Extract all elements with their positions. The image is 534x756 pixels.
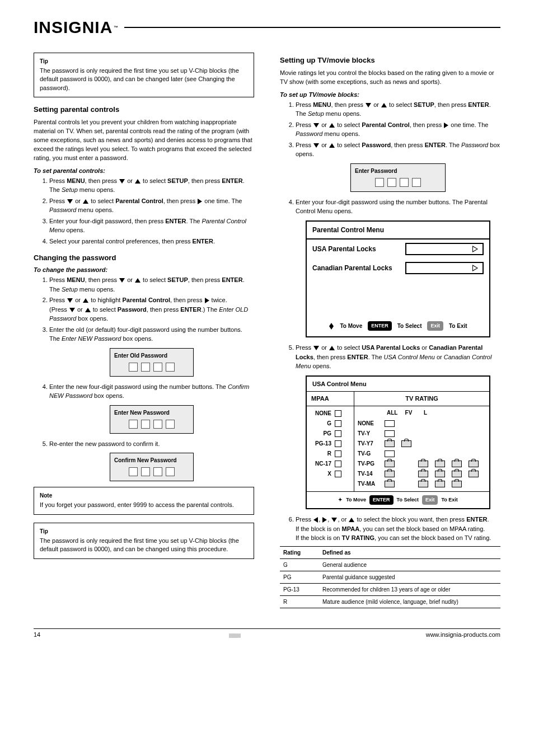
lock-icon [469,461,479,467]
usa-menu-footer: ✦ To Move ENTER To Select Exit To Exit [307,491,489,509]
lock-icon [401,440,411,447]
table-row: GGeneral audience [280,558,500,571]
list-item: Re-enter the new password to confirm it.… [49,439,254,482]
steps-change-password: Press MENU, then press or to select SETU… [49,275,254,481]
table-header: Defined as [319,546,500,558]
updown-icon [329,323,334,330]
tv-label: TV-MA [358,480,380,488]
down-triangle-icon [119,179,125,184]
checkbox-icon [335,410,341,417]
checkbox-icon [335,461,341,467]
checkbox-icon [335,471,341,477]
enter-password-screen: Enter Password [350,163,446,192]
logo-text: INSIGNIA [34,18,113,37]
right-triangle-icon [198,199,202,204]
tv-label: TV-Y7 [358,439,380,448]
screen-title: Confirm New Password [114,456,189,464]
screen-title: Enter Password [355,167,441,175]
up-triangle-icon [83,199,88,204]
footer-label: To Select [397,496,419,504]
usa-grid: NONE G PG PG-13 R NC-17 X ALL [307,406,489,491]
header-row: INSIGNIA ™ [34,18,500,37]
up-triangle-icon [329,346,335,350]
mpaa-label: NC-17 [310,459,331,468]
footer-label: To Move [346,496,366,504]
decorative-wave-icon [213,633,252,638]
checkbox-icon [385,430,395,437]
lock-icon [435,481,445,487]
usa-control-menu-screenshot: USA Control Menu MPAA TV RATING NONE G P… [306,375,490,510]
note-box-forgot-password: Note If you forget your password, enter … [34,487,254,514]
steps-set-blocks: Press MENU, then press or to select SETU… [296,100,500,543]
list-item: Press MENU, then press or to select SETU… [49,275,254,294]
down-triangle-icon [331,518,337,522]
para-parental-controls: Parental controls let you prevent your c… [34,118,254,163]
table-row: RMature audience (mild violence, languag… [280,595,500,608]
two-column-layout: Tip The password is only required the fi… [34,48,500,614]
list-item: Enter your four-digit password, then pre… [49,217,254,235]
list-item: Enter the old (or default) four-digit pa… [49,325,254,377]
tv-label: TV-Y [358,429,380,438]
footer-label: To Exit [449,322,467,330]
up-triangle-icon [329,143,335,148]
password-squares [114,420,189,429]
left-column: Tip The password is only required the fi… [34,48,254,614]
list-item: Enter your four-digit password using the… [296,198,500,338]
chevron-right-icon [472,265,478,271]
password-squares [114,363,189,372]
heading-tv-movie-blocks: Setting up TV/movie blocks [280,56,500,64]
para-movie-ratings: Movie ratings let you control the blocks… [280,69,500,87]
enter-key-icon: ENTER [369,495,394,505]
list-item: Press , , , or to select the block you w… [296,515,500,543]
usa-menu-title: USA Control Menu [307,377,489,392]
tv-rating-header: TV RATING [354,392,489,406]
header-rule [124,27,500,28]
mpaa-label: R [310,449,331,458]
down-triangle-icon [67,298,73,303]
note-title: Note [40,492,248,500]
footer-label: To Select [397,322,422,330]
password-squares [114,467,189,476]
lock-icon [385,461,395,467]
menu-item-label: Canadian Parental Locks [312,263,392,273]
lock-icon [418,461,428,467]
mpaa-header: MPAA [307,392,354,406]
mpaa-label: X [310,469,331,478]
list-item: Press or to highlight Parental Control, … [49,295,254,323]
enter-new-password-screen: Enter New Password [110,405,194,434]
mpaa-label: PG [310,429,331,438]
left-triangle-icon [313,517,318,523]
up-triangle-icon [381,103,387,107]
chevron-right-icon [472,246,478,252]
subhead-to-change-password: To change the password: [34,266,254,273]
menu-title: Parental Control Menu [307,222,489,240]
lock-icon [385,440,395,447]
checkbox-icon [335,450,341,457]
table-header: Rating [280,546,319,558]
lock-icon [452,471,462,477]
lock-icon [435,471,445,477]
up-triangle-icon [85,308,91,312]
heading-parental-controls: Setting parental controls [34,105,254,114]
tip-title: Tip [40,58,248,65]
up-triangle-icon [349,518,354,522]
mpaa-column: NONE G PG PG-13 R NC-17 X [307,406,354,491]
down-triangle-icon [69,308,75,312]
menu-row-canadian: Canadian Parental Locks [307,259,489,278]
nav-cross-icon: ✦ [338,496,343,504]
lock-icon [418,471,428,477]
checkbox-icon [335,440,341,447]
tip-box-1: Tip The password is only required the fi… [34,53,254,97]
table-row: PGParental guidance suggested [280,571,500,583]
menu-row-usa: USA Parental Locks [307,240,489,259]
down-triangle-icon [313,143,319,148]
ratings-table: Rating Defined as GGeneral audience PGPa… [280,546,500,608]
footer-label: To Exit [441,496,457,504]
down-triangle-icon [313,123,319,128]
page-number: 14 [34,631,40,638]
lock-icon [435,461,445,467]
insignia-logo: INSIGNIA ™ [34,18,119,37]
list-item: Press or to select Parental Control, the… [49,196,254,215]
list-item: Press MENU, then press or to select SETU… [49,176,254,195]
mpaa-label: PG-13 [310,439,331,448]
